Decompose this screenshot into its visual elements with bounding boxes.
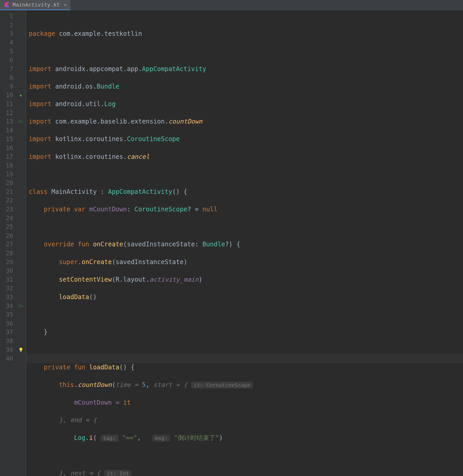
keyword: private xyxy=(44,206,74,213)
keyword: this xyxy=(59,381,74,388)
text: ) xyxy=(219,434,223,442)
line-number: 24 xyxy=(0,214,13,223)
keyword: import xyxy=(29,100,51,108)
type: Bundle xyxy=(202,241,225,248)
import-class: Log xyxy=(104,100,115,108)
line-number: 36 xyxy=(0,319,13,328)
line-number: 5 xyxy=(0,47,13,56)
fn-call: setContentView xyxy=(59,276,112,283)
import-fn: cancel xyxy=(127,153,150,160)
import-path: androidx.appcompat.app. xyxy=(51,65,142,73)
keyword: import xyxy=(29,153,51,160)
line-number: 13 xyxy=(0,117,13,126)
keyword: import xyxy=(29,135,51,143)
param-hint: time = xyxy=(115,381,142,388)
super-class: AppCompatActivity xyxy=(108,188,172,195)
line-number: 22 xyxy=(0,196,13,205)
fn-call: loadData xyxy=(59,293,89,301)
line-number: 3 xyxy=(0,30,13,38)
keyword: class xyxy=(29,188,51,195)
code-editor[interactable]: 1234567891011121314151617181920212223242… xyxy=(0,10,463,476)
file-tab-label: MainActivity.kt xyxy=(13,2,60,8)
import-path: kotlinx.coroutines. xyxy=(51,153,127,160)
code-area[interactable]: package com.example.testkotlin import an… xyxy=(26,10,463,476)
import-class: AppCompatActivity xyxy=(142,65,206,73)
text: (R.layout. xyxy=(112,276,150,283)
file-tab-mainactivity[interactable]: MainActivity.kt ✕ xyxy=(0,0,71,10)
keyword: fun xyxy=(78,241,93,248)
text: ?) { xyxy=(225,241,240,248)
inlay-hint: tag: xyxy=(101,435,118,442)
close-icon[interactable]: ✕ xyxy=(64,2,67,7)
inlay-hint: it: Int xyxy=(104,470,131,476)
keyword: import xyxy=(29,65,51,73)
text: , xyxy=(137,434,148,442)
keyword: it xyxy=(123,399,131,406)
text: () { xyxy=(172,188,187,195)
line-number: 21 xyxy=(0,188,13,196)
line-number: 6 xyxy=(0,56,13,65)
text: () xyxy=(89,293,97,301)
line-number: 23 xyxy=(0,205,13,214)
line-number: 30 xyxy=(0,266,13,275)
intention-bulb-icon[interactable]: 💡 xyxy=(16,346,26,355)
line-number: 4 xyxy=(0,38,13,47)
text: . xyxy=(85,434,89,442)
line-number: 34 xyxy=(0,302,13,311)
override-gutter-icon[interactable]: ⬡↑ xyxy=(16,117,26,126)
line-number: 16 xyxy=(0,144,13,153)
keyword: override xyxy=(44,241,78,248)
line-number: 38 xyxy=(0,337,13,346)
class-name: MainActivity xyxy=(51,188,97,195)
line-number: 25 xyxy=(0,223,13,231)
keyword: null xyxy=(202,206,218,213)
string: "倒计时结束了" xyxy=(174,434,219,442)
override-gutter-icon[interactable]: ⬡↑ xyxy=(16,302,26,311)
param-hint: }, next = { xyxy=(59,469,101,476)
line-number: 31 xyxy=(0,275,13,284)
field: mCountDown = xyxy=(74,399,123,406)
line-number: 20 xyxy=(0,179,13,188)
line-number: 18 xyxy=(0,161,13,170)
line-number: 32 xyxy=(0,284,13,293)
fn-call: i xyxy=(89,434,93,442)
line-number: 19 xyxy=(0,170,13,179)
text: ( xyxy=(112,381,115,388)
line-number-gutter: 1234567891011121314151617181920212223242… xyxy=(0,10,16,476)
keyword: package xyxy=(29,30,55,37)
line-number: 27 xyxy=(0,240,13,249)
keyword: fun xyxy=(74,364,89,371)
line-number: 28 xyxy=(0,249,13,258)
import-class: CoroutineScope xyxy=(127,135,180,143)
import-path: android.util. xyxy=(51,100,104,108)
text: ( xyxy=(93,434,97,442)
package-name: com.example.testkotlin xyxy=(55,30,142,37)
editor-tabbar: MainActivity.kt ✕ xyxy=(0,0,463,10)
text: : xyxy=(97,188,108,195)
fn-name: onCreate xyxy=(93,241,123,248)
class-ref: Log xyxy=(74,434,85,442)
fn-name: loadData xyxy=(89,364,119,371)
text: () { xyxy=(119,364,135,371)
text: . xyxy=(78,258,82,266)
keyword: super xyxy=(59,258,78,266)
line-number: 35 xyxy=(0,310,13,319)
import-fn: countDown xyxy=(169,118,202,125)
line-number: 1 xyxy=(0,12,13,21)
line-number: 33 xyxy=(0,293,13,302)
line-number: 12 xyxy=(0,109,13,118)
import-path: com.example.baselib.extension. xyxy=(51,118,169,125)
param-hint: start = { xyxy=(153,381,187,388)
import-path: android.os. xyxy=(51,83,97,90)
text: . xyxy=(74,381,78,388)
param-hint: }, end = { xyxy=(59,416,97,424)
import-class: Bundle xyxy=(97,83,119,90)
line-number: 40 xyxy=(0,354,13,363)
line-number: 26 xyxy=(0,231,13,240)
inlay-hint: it: CoroutineScope xyxy=(191,382,253,388)
line-number: 37 xyxy=(0,328,13,337)
number: 5 xyxy=(142,381,146,388)
run-gutter-icon[interactable]: ◆ xyxy=(16,91,26,100)
line-number: 2 xyxy=(0,21,13,30)
gutter-markers: ◆ ⬡↑ ⬡↑ 💡 xyxy=(16,10,26,476)
